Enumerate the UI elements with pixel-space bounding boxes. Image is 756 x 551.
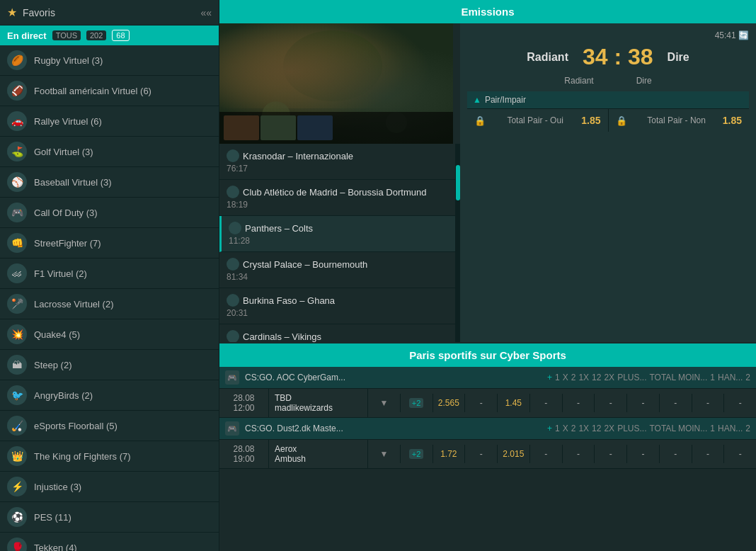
- sidebar-item-2[interactable]: 🚗 Rallye Virtuel (6): [0, 106, 219, 137]
- odds-value-2[interactable]: 1.85: [723, 115, 742, 126]
- expand-1-0[interactable]: ▼: [368, 445, 401, 463]
- odds-1-0-0[interactable]: 1.72: [433, 445, 466, 463]
- odds-value-1[interactable]: 1.85: [581, 115, 600, 126]
- odds-0-0-1: -: [465, 394, 498, 412]
- sidebar-item-0[interactable]: 🏉 Rugby Virtuel (3): [0, 45, 219, 76]
- odds-label-1: Total Pair - Oui: [507, 115, 563, 125]
- match-title-2: Panthers – Colts: [245, 223, 313, 234]
- handicap-0-0[interactable]: +2: [401, 394, 433, 412]
- thumb-2[interactable]: [260, 115, 296, 140]
- score-display: 34 : 38: [583, 44, 653, 70]
- col-han-1: HAN...: [718, 424, 743, 433]
- col-2b-0: 2: [745, 373, 750, 382]
- match-title-0: Krasnodar – Internazionale: [243, 151, 353, 161]
- sidebar-item-16[interactable]: 🥊 Tekken (4): [0, 533, 219, 551]
- sidebar-item-label-14: Injustice (3): [34, 482, 212, 492]
- score-sep: :: [614, 44, 622, 69]
- plus-icon-0[interactable]: +: [547, 373, 552, 382]
- col-x-0: X: [563, 373, 568, 382]
- sidebar-item-15[interactable]: ⚽ PES (11): [0, 502, 219, 533]
- match-item-5[interactable]: Cardinals – Vikings 03:00: [219, 324, 455, 342]
- sidebar-item-11[interactable]: 🐦 AngryBirds (2): [0, 380, 219, 411]
- match-item-1[interactable]: Club Atlético de Madrid – Borussia Dortm…: [219, 180, 455, 216]
- col-2b-1: 2: [745, 424, 750, 433]
- sidebar-item-icon-9: 💥: [7, 324, 27, 344]
- sidebar-item-label-3: Golf Virtuel (3): [34, 147, 212, 157]
- sidebar-item-14[interactable]: ⚡ Injustice (3): [0, 472, 219, 502]
- match-item-0[interactable]: Krasnodar – Internazionale 76:17: [219, 144, 455, 180]
- pair-impair-header: ▲ Pair/Impair: [467, 91, 749, 108]
- svg-point-1: [283, 30, 382, 101]
- col-2x-1: 2X: [604, 424, 614, 433]
- col-x-1: X: [563, 424, 568, 433]
- thumb-3[interactable]: [297, 115, 333, 140]
- sidebar-item-icon-3: ⛳: [7, 142, 27, 161]
- sidebar-item-label-13: The King of Fighters (7): [34, 451, 212, 462]
- sidebar-item-12[interactable]: 🏑 eSports Floorball (5): [0, 411, 219, 441]
- odds-0-0-0[interactable]: 2.565: [433, 394, 466, 412]
- odds-1-0-5: -: [595, 445, 627, 463]
- sidebar-item-label-16: Tekken (4): [34, 543, 212, 552]
- badge-count1: 202: [86, 30, 106, 40]
- odds-1-0-6: -: [627, 445, 660, 463]
- video-controls: [219, 112, 453, 144]
- match-item-4[interactable]: Burkina Faso – Ghana 20:31: [219, 288, 455, 324]
- team1-name: Radiant: [527, 51, 568, 64]
- sidebar-item-icon-7: 🏎: [7, 263, 27, 283]
- col-12-0: 12: [592, 373, 601, 382]
- expand-0-0[interactable]: ▼: [368, 394, 401, 412]
- sidebar-item-7[interactable]: 🏎 F1 Virtuel (2): [0, 259, 219, 289]
- emissions-header: Emissions: [219, 0, 756, 23]
- col-1x-0: 1X: [578, 373, 589, 382]
- odds-0-0-3: -: [530, 394, 563, 412]
- sidebar-item-10[interactable]: 🏔 Steep (2): [0, 350, 219, 380]
- match-row-1: Club Atlético de Madrid – Borussia Dortm…: [227, 186, 448, 198]
- handicap-1-0[interactable]: +2: [401, 445, 433, 463]
- odds-1-0-3: -: [530, 445, 563, 463]
- sidebar-item-6[interactable]: 👊 StreetFighter (7): [0, 228, 219, 259]
- date-col-1-0: 28.08 19:00: [219, 440, 269, 468]
- sidebar-item-13[interactable]: 👑 The King of Fighters (7): [0, 441, 219, 472]
- sidebar-item-icon-5: 🎮: [7, 203, 27, 222]
- en-direct-label: En direct: [7, 30, 47, 41]
- match-icon-4: [227, 294, 239, 307]
- sidebar-item-label-15: PES (11): [34, 512, 212, 523]
- match-item-2[interactable]: Panthers – Colts 11:28: [219, 216, 455, 252]
- time-1-0: 19:00: [224, 454, 264, 464]
- odds-1-0-2[interactable]: 2.015: [498, 445, 530, 463]
- date-0-0: 28.08: [224, 393, 264, 403]
- match-item-3[interactable]: Crystal Palace – Bournemouth 81:34: [219, 252, 455, 288]
- match-score-4: 20:31: [227, 308, 448, 318]
- thumb-1[interactable]: [224, 115, 259, 140]
- plus-icon-1[interactable]: +: [547, 424, 552, 433]
- sidebar-item-icon-15: ⚽: [7, 507, 27, 527]
- sidebar-item-label-9: Quake4 (5): [34, 329, 212, 340]
- sidebar-item-4[interactable]: ⚾ Baseball Virtuel (3): [0, 167, 219, 198]
- sidebar-item-5[interactable]: 🎮 Call Of Duty (3): [0, 198, 219, 228]
- pair-impair-title: Pair/Impair: [485, 95, 526, 105]
- left-panel: Krasnodar – Internazionale 76:17 Club At…: [219, 23, 460, 342]
- sidebar-item-3[interactable]: ⛳ Golf Virtuel (3): [0, 137, 219, 167]
- sidebar-item-8[interactable]: 🥍 Lacrosse Virtuel (2): [0, 289, 219, 319]
- sidebar-item-icon-4: ⚾: [7, 172, 27, 192]
- match-icon-1: [227, 186, 239, 198]
- scrollbar[interactable]: [456, 144, 460, 342]
- team2-name: Dire: [668, 51, 689, 64]
- sidebar-item-icon-8: 🥍: [7, 294, 27, 314]
- expand-btn-0-0[interactable]: ▼: [376, 398, 391, 408]
- odds-0-0-2[interactable]: 1.45: [498, 394, 530, 412]
- sidebar-item-label-6: StreetFighter (7): [34, 238, 212, 249]
- sidebar-item-9[interactable]: 💥 Quake4 (5): [0, 319, 219, 350]
- sidebar-item-icon-12: 🏑: [7, 416, 27, 436]
- sidebar-item-label-2: Rallye Virtuel (6): [34, 116, 212, 127]
- badge-tous[interactable]: TOUS: [52, 30, 81, 40]
- expand-btn-1-0[interactable]: ▼: [376, 449, 391, 459]
- score2: 38: [628, 44, 653, 69]
- match-score-1: 18:19: [227, 200, 448, 210]
- col-plus-0: PLUS...: [617, 373, 646, 382]
- collapse-button[interactable]: ««: [200, 7, 212, 18]
- match-row-4: Burkina Faso – Ghana: [227, 294, 448, 307]
- col-1b-1: 1: [710, 424, 715, 433]
- en-direct-row[interactable]: En direct TOUS 202 68: [0, 25, 219, 45]
- sidebar-item-1[interactable]: 🏈 Football américain Virtuel (6): [0, 76, 219, 106]
